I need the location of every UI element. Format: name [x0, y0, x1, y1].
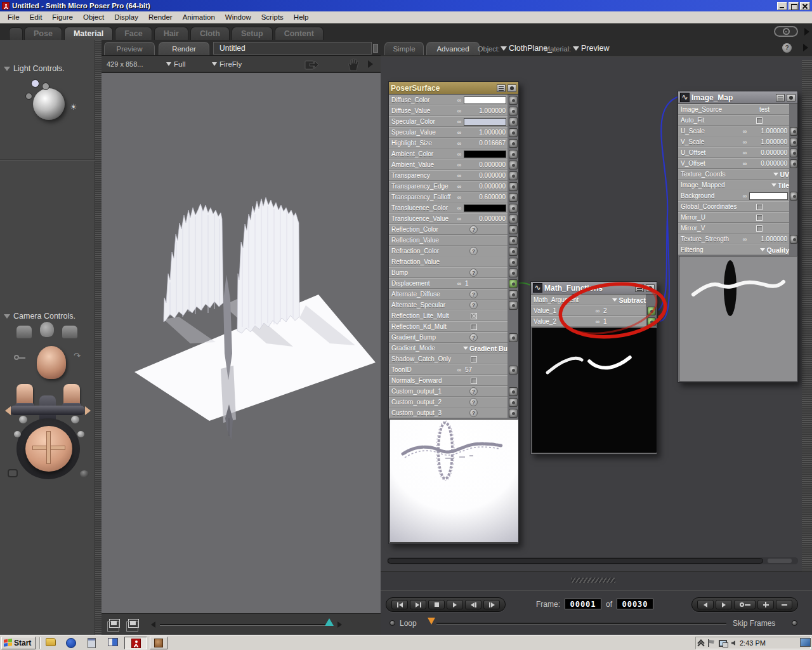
param-value[interactable]: 0.600000 [464, 194, 508, 201]
row-gradient_bump[interactable]: Gradient_Bump? [389, 332, 508, 343]
param-value[interactable]: 0.000000 [464, 183, 508, 190]
color-swatch[interactable] [464, 118, 506, 126]
step-forward-button[interactable] [483, 600, 500, 609]
light-ball-control[interactable] [33, 88, 65, 120]
left-camera-hand[interactable] [16, 384, 33, 407]
param-value[interactable]: 1.000000 [464, 107, 508, 114]
tab-setup[interactable]: Setup [232, 27, 273, 40]
param-value[interactable]: 1 [602, 318, 646, 325]
param-value[interactable]: 2 [602, 307, 646, 314]
checkbox-normals_forward[interactable] [471, 378, 477, 384]
row-value_1[interactable]: Value_1∞2 [531, 305, 646, 316]
node-image-map[interactable]: Image_Map Image_SourcetestAuto_FitU_Scal… [678, 91, 798, 383]
node-header-posersurface[interactable]: PoserSurface [389, 82, 518, 95]
renderer-dropdown[interactable]: FireFly [212, 60, 242, 68]
display-properties-icon[interactable] [108, 638, 118, 646]
camera-dot-2[interactable] [71, 416, 79, 423]
row-reflection_kd_mult[interactable]: Reflection_Kd_Mult [389, 321, 508, 332]
color-swatch[interactable] [464, 204, 506, 212]
plug-gradient_bump[interactable] [509, 333, 518, 342]
plug-texture_strength[interactable] [790, 235, 797, 244]
object-dropdown-icon[interactable] [501, 46, 507, 51]
param-value[interactable]: 1.000000 [749, 235, 789, 242]
color-swatch[interactable] [464, 96, 506, 104]
hp-tool-icon[interactable] [66, 638, 76, 648]
plug-value_2[interactable] [647, 317, 656, 326]
param-value[interactable]: 0.000000 [464, 215, 508, 222]
plug-toonid[interactable] [509, 366, 518, 375]
question-icon[interactable]: ? [469, 247, 478, 255]
dial-ornament[interactable] [774, 26, 798, 37]
restore-render-icon[interactable] [128, 619, 139, 628]
taskbar-app2-button[interactable] [150, 637, 167, 649]
row-transparency[interactable]: Transparency∞0.000000 [389, 170, 508, 181]
question-icon[interactable]: ? [469, 269, 478, 277]
color-swatch[interactable] [464, 150, 506, 158]
row-u_offset[interactable]: U_Offset∞0.000000 [678, 147, 789, 158]
first-frame-button[interactable] [391, 600, 408, 609]
step-back-button[interactable] [465, 600, 481, 609]
tab-hair[interactable]: Hair [154, 27, 188, 40]
export-image-icon[interactable] [303, 57, 320, 71]
checkbox-reflection_kd_mult[interactable] [471, 324, 477, 330]
folder-icon[interactable] [46, 638, 56, 646]
animating-camera-key-icon[interactable] [14, 355, 28, 361]
row-ambient_color[interactable]: Ambient_Color∞ [389, 149, 508, 159]
timeline-scrubber[interactable] [436, 623, 726, 625]
dropdown-texture_coords[interactable]: UV [740, 171, 789, 178]
node-preview-toggle-icon[interactable] [508, 84, 516, 92]
title-bar[interactable]: Untitled - Smith Micro Poser Pro (64-bit… [0, 0, 812, 11]
row-highlight_size[interactable]: Highlight_Size∞0.016667 [389, 138, 508, 149]
dropdown-image_mapped[interactable]: Tile [740, 182, 789, 189]
row-specular_value[interactable]: Specular_Value∞1.000000 [389, 127, 508, 138]
right-camera-hand[interactable] [63, 384, 80, 407]
panel-arrow-icon[interactable] [803, 44, 808, 51]
volume-icon[interactable] [731, 640, 735, 646]
row-toonid[interactable]: ToonID∞57 [389, 364, 508, 375]
play-button[interactable] [447, 600, 463, 609]
node-menu-icon[interactable] [497, 84, 506, 92]
row-reflection_value[interactable]: Reflection_Value [389, 235, 508, 246]
tray-chevron-icon[interactable] [698, 640, 704, 646]
plug-custom_output_3[interactable] [509, 409, 518, 418]
render-compare-slider[interactable] [160, 624, 327, 626]
row-ambient_value[interactable]: Ambient_Value∞0.000000 [389, 159, 508, 170]
pan-hand-icon[interactable] [348, 58, 360, 71]
row-displacement[interactable]: Displacement∞1 [389, 278, 508, 289]
doc-tab-preview[interactable]: Preview [104, 42, 155, 55]
row-alternate_diffuse[interactable]: Alternate_Diffuse? [389, 289, 508, 300]
tab-pose[interactable]: Pose [24, 27, 62, 40]
plug-displacement[interactable] [509, 279, 518, 288]
material-tab-advanced[interactable]: Advanced [426, 42, 480, 55]
tab-content[interactable]: Content [275, 27, 324, 40]
plug-diffuse_value[interactable] [509, 107, 518, 116]
last-frame-button[interactable] [410, 600, 426, 609]
row-reflection_lite_mult[interactable]: Reflection_Lite_Mult [389, 310, 508, 321]
row-image_mapped[interactable]: Image_MappedTile [678, 180, 789, 190]
plug-background[interactable] [790, 192, 797, 201]
plug-custom_output_2[interactable] [509, 398, 518, 407]
question-icon[interactable]: ? [469, 409, 478, 417]
param-value[interactable]: 57 [464, 366, 508, 373]
doc-tab-render[interactable]: Render [159, 42, 209, 55]
question-icon[interactable]: ? [469, 398, 478, 406]
light-indicator-2[interactable] [42, 83, 49, 90]
plug-specular_color[interactable] [509, 117, 518, 126]
row-custom_output_1[interactable]: Custom_output_1? [389, 386, 508, 397]
plug-translucence_value[interactable] [509, 215, 518, 223]
graph-scrollbar[interactable] [387, 557, 798, 564]
dropdown-filtering[interactable]: Quality [740, 246, 789, 254]
menu-animation[interactable]: Animation [178, 13, 220, 21]
edit-keyframes-button[interactable] [734, 600, 756, 609]
question-icon[interactable]: ? [469, 225, 478, 234]
param-value[interactable]: 0.000000 [464, 172, 508, 179]
light-controls-header[interactable]: Light Controls. [4, 64, 65, 73]
row-image_source[interactable]: Image_Sourcetest [678, 104, 789, 115]
param-value[interactable]: 1 [464, 280, 508, 287]
plug-transparency_edge[interactable] [509, 182, 518, 191]
node-menu-icon[interactable] [776, 94, 785, 102]
light-indicator-1[interactable] [31, 79, 39, 88]
panel-ridge-left[interactable] [95, 40, 102, 635]
move-xz-control[interactable] [10, 406, 85, 415]
row-v_offset[interactable]: V_Offset∞0.000000 [678, 158, 789, 169]
